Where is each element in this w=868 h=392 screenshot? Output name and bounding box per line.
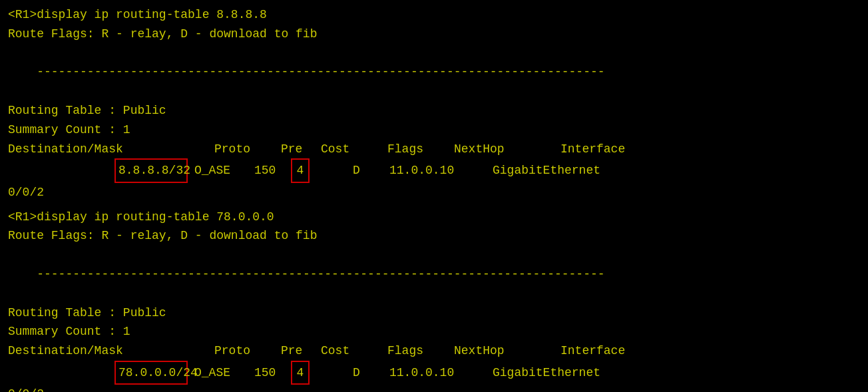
- cost-box-1: 4: [291, 158, 310, 182]
- routing-table-label-2: Routing Table : Public: [8, 303, 860, 323]
- suffix-row-1: 0/0/2: [8, 183, 860, 202]
- destination-box-1: 8.8.8.8/32: [114, 158, 188, 182]
- terminal-block-2: <R1>display ip routing-table 78.0.0.0 Ro…: [8, 208, 860, 392]
- suffix-row-2: 0/0/2: [8, 385, 860, 392]
- summary-count-2: Summary Count : 1: [8, 322, 860, 341]
- summary-count-1: Summary Count : 1: [8, 120, 860, 140]
- flags-text-1: Route Flags: R - relay, D - download to …: [8, 25, 317, 44]
- cmd-text-1: <R1>display ip routing-table 8.8.8.8: [8, 5, 267, 25]
- divider-2: ----------------------------------------…: [8, 246, 860, 303]
- destination-box-2: 78.0.0.0/24: [114, 361, 188, 385]
- cost-box-2: 4: [291, 361, 310, 385]
- terminal-block-1: <R1>display ip routing-table 8.8.8.8 Rou…: [8, 5, 860, 202]
- flags-text-2: Route Flags: R - relay, D - download to …: [8, 226, 317, 246]
- table-header-1: Destination/Mask Proto Pre Cost Flags Ne…: [8, 140, 860, 159]
- flags-line-2: Route Flags: R - relay, D - download to …: [8, 226, 860, 246]
- table-header-2: Destination/Mask Proto Pre Cost Flags Ne…: [8, 341, 860, 361]
- flags-line-1: Route Flags: R - relay, D - download to …: [8, 25, 860, 44]
- cmd-line-1: <R1>display ip routing-table 8.8.8.8: [8, 5, 860, 25]
- cmd-text-2: <R1>display ip routing-table 78.0.0.0: [8, 208, 274, 227]
- data-row-2: 78.0.0.0/24 O_ASE 150 4 D 11.0.0.10 Giga…: [8, 361, 860, 385]
- routing-table-label-1: Routing Table : Public: [8, 101, 860, 120]
- divider-1: ----------------------------------------…: [8, 44, 860, 101]
- cmd-line-2: <R1>display ip routing-table 78.0.0.0: [8, 208, 860, 227]
- data-row-1: 8.8.8.8/32 O_ASE 150 4 D 11.0.0.10 Gigab…: [8, 158, 860, 182]
